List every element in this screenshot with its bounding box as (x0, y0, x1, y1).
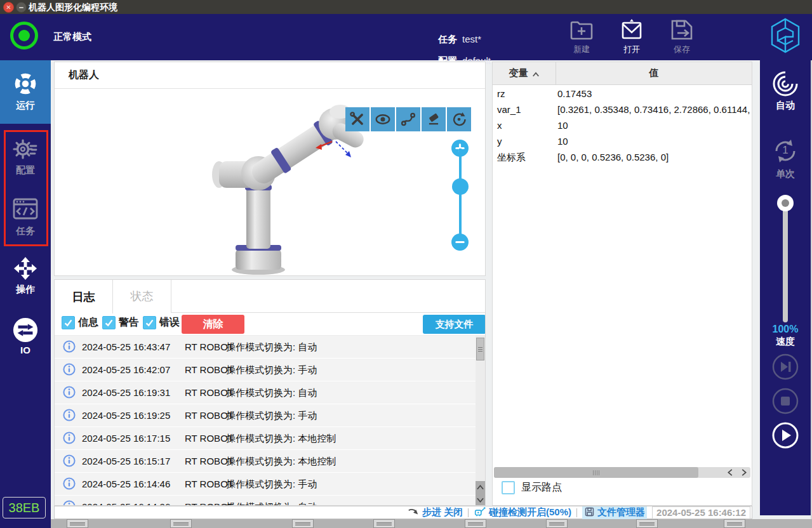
log-time: 2024-05-25 16:19:31 (82, 387, 170, 398)
log-scrollbar[interactable] (476, 336, 485, 506)
column-header-value[interactable]: 值 (556, 62, 752, 85)
column-header-variable[interactable]: 变量 (493, 62, 556, 85)
filter-error-checkbox[interactable]: 错误 (143, 316, 180, 329)
minimize-icon[interactable] (16, 2, 27, 13)
single-cycle-button[interactable]: 1 (771, 136, 800, 168)
variable-name: x (497, 120, 502, 131)
open-button[interactable]: 打开 (617, 18, 646, 57)
collision-detect-status[interactable]: 碰撞检测开启(50%) (474, 505, 571, 520)
log-message: 操作模式切换为: 手动 (226, 478, 317, 491)
background-file-icon (546, 519, 568, 528)
variable-row[interactable]: var_1 [0.3261, 0.35348, 0.73416, 2.72866… (493, 102, 752, 118)
variable-name: rz (497, 88, 505, 99)
checkbox-checked-icon (102, 316, 116, 329)
step-status-label: 步进 关闭 (422, 506, 463, 518)
log-message: 操作模式切换为: 自动 (226, 387, 317, 399)
zoom-control (451, 140, 469, 251)
zoom-slider-knob[interactable] (452, 178, 469, 195)
single-cycle-count: 1 (771, 144, 800, 157)
left-sidebar: 运行 配置 (0, 60, 51, 528)
mode-label: 正常模式 (53, 31, 91, 43)
variable-name: 坐标系 (497, 152, 526, 164)
tools-button[interactable] (345, 107, 369, 131)
sidebar-item-task-label: 任务 (0, 225, 51, 237)
status-bar: 步进 关闭 碰撞检测开启(50%) 文件管理器 (54, 506, 752, 519)
view-toolbar (345, 107, 471, 131)
sidebar-item-operate[interactable]: 操作 (0, 256, 51, 296)
log-row[interactable]: 2024-05-25 16:43:47 RT ROBOT 操作模式切换为: 自动 (55, 336, 476, 358)
speed-slider-track[interactable] (783, 203, 788, 322)
scroll-up-icon[interactable] (476, 481, 485, 494)
auto-mode-button[interactable] (771, 69, 800, 101)
filter-warning-checkbox[interactable]: 警告 (102, 316, 139, 329)
log-row[interactable]: 2024-05-25 16:42:07 RT ROBOT 操作模式切换为: 手动 (55, 359, 476, 381)
variable-row[interactable]: x 10 (493, 118, 752, 134)
step-next-button[interactable] (772, 353, 799, 380)
sidebar-item-io[interactable]: IO (0, 317, 51, 355)
log-row[interactable]: 2024-05-25 16:19:25 RT ROBOT 操作模式切换为: 手动 (55, 404, 476, 426)
scroll-down-icon[interactable] (476, 494, 485, 506)
sidebar-item-config-label: 配置 (0, 164, 51, 176)
sidebar-item-task[interactable]: 任务 (0, 197, 51, 237)
file-manager-button[interactable]: 文件管理器 (582, 506, 647, 519)
new-button[interactable]: 新建 (567, 18, 596, 57)
filter-info-checkbox[interactable]: 信息 (62, 316, 98, 329)
variables-panel: 变量 值 rz 0.17453 var_1 [0.3261, 0.35348, … (492, 62, 752, 506)
step-icon (407, 506, 420, 519)
log-row[interactable]: 2024-05-25 16:17:15 RT ROBOT 操作模式切换为: 本地… (55, 427, 476, 449)
tab-log-label: 日志 (72, 289, 95, 305)
support-file-button[interactable]: 支持文件 (423, 315, 486, 334)
filter-warning-label: 警告 (119, 316, 139, 329)
info-icon (63, 340, 76, 353)
horizontal-scrollbar[interactable] (494, 467, 750, 478)
auto-mode-label: 自动 (760, 100, 811, 112)
log-row[interactable]: 2024-05-25 16:15:17 RT ROBOT 操作模式切换为: 本地… (55, 450, 476, 472)
log-row[interactable]: 2024-05-25 16:19:31 RT ROBOT 操作模式切换为: 自动 (55, 381, 476, 404)
run-control-sidebar: 自动 1 单次 100% 速度 (760, 60, 811, 515)
new-button-label: 新建 (567, 44, 596, 55)
save-button[interactable]: 保存 (667, 18, 696, 57)
log-row[interactable]: 2024-05-25 16:14:46 RT ROBOT 操作模式切换为: 手动 (55, 473, 476, 495)
variable-row[interactable]: rz 0.17453 (493, 86, 752, 102)
clear-log-button[interactable]: 清除 (182, 315, 244, 334)
show-waypoints-option[interactable]: 显示路点 (502, 481, 562, 494)
eye-button[interactable] (371, 107, 395, 131)
rotate-view-button[interactable] (447, 107, 471, 131)
divider (468, 508, 469, 517)
speed-slider-knob[interactable] (777, 195, 794, 211)
path-button[interactable] (396, 107, 420, 131)
log-panel: 日志 状态 信息 警告 错误 (54, 279, 486, 506)
variable-column-label: 变量 (509, 67, 528, 79)
eraser-button[interactable] (422, 107, 446, 131)
variable-row[interactable]: y 10 (493, 134, 752, 150)
zoom-slider-track[interactable] (459, 148, 462, 242)
zoom-out-button[interactable] (451, 234, 469, 251)
background-file-icon (373, 519, 395, 528)
scrollbar-thumb[interactable] (494, 467, 698, 478)
file-manager-label: 文件管理器 (597, 506, 645, 518)
sidebar-item-run[interactable]: 运行 (0, 60, 51, 124)
tab-status[interactable]: 状态 (113, 280, 171, 313)
play-button[interactable] (772, 422, 799, 449)
checkbox-unchecked-icon[interactable] (502, 481, 515, 494)
scroll-right-icon[interactable] (738, 467, 750, 478)
variable-row[interactable]: 坐标系 [0, 0, 0, 0.5236, 0.5236, 0] (493, 150, 752, 166)
log-time: 2024-05-25 16:15:17 (82, 456, 170, 466)
sidebar-item-config[interactable]: 配置 (0, 136, 51, 176)
scroll-left-icon[interactable] (724, 467, 736, 478)
variable-name: var_1 (497, 104, 521, 115)
log-message: 操作模式切换为: 本地控制 (226, 456, 336, 468)
file-manager-icon (584, 506, 595, 519)
save-icon (667, 18, 696, 43)
background-file-icon (724, 519, 745, 528)
title-bar: ✕ 机器人图形化编程环境 (0, 0, 812, 14)
step-mode-status[interactable]: 步进 关闭 (407, 506, 463, 519)
move-icon (0, 256, 51, 281)
background-file-icon (292, 519, 314, 528)
stop-button[interactable] (772, 388, 799, 414)
close-icon[interactable]: ✕ (3, 2, 14, 13)
collision-icon (474, 505, 486, 520)
tab-log[interactable]: 日志 (55, 280, 113, 314)
log-row[interactable]: 2024-05-25 16:14:36 RT ROBOT 操作模式切换为: 自动 (55, 496, 476, 506)
scrollbar-thumb[interactable] (476, 338, 484, 360)
